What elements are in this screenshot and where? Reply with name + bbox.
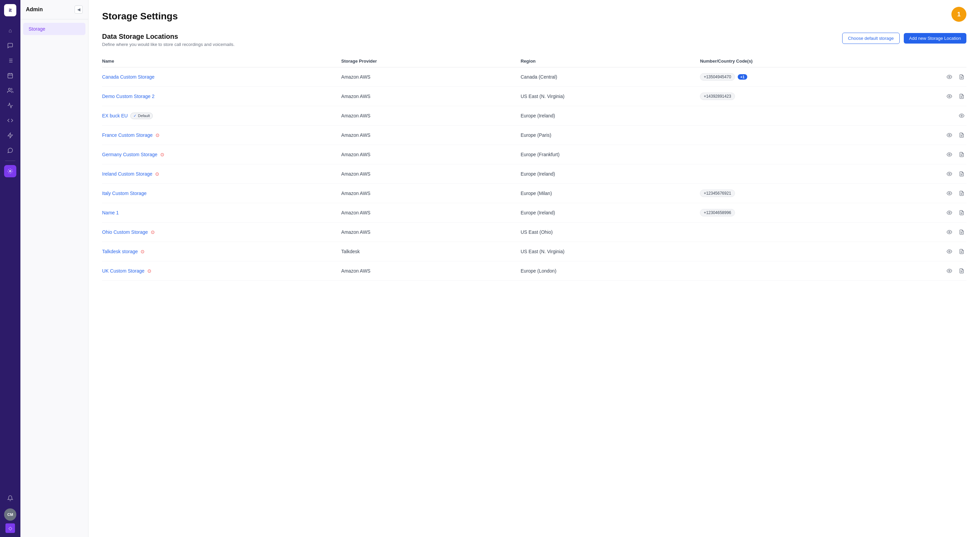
storage-table: Name Storage Provider Region Number/Coun… <box>102 55 966 281</box>
cell-name: Italy Custom Storage <box>102 191 341 196</box>
conversations-icon[interactable] <box>4 40 16 52</box>
edit-icon[interactable] <box>957 150 966 159</box>
cell-name: Ireland Custom Storage⊙ <box>102 171 341 177</box>
storage-name-link[interactable]: France Custom Storage <box>102 132 153 138</box>
cell-name: Name 1 <box>102 210 341 215</box>
table-row: Ohio Custom Storage⊙ Amazon AWS US East … <box>102 223 966 242</box>
edit-icon[interactable] <box>957 247 966 256</box>
svg-point-23 <box>949 154 950 155</box>
action-icons <box>939 92 966 101</box>
add-new-storage-button[interactable]: Add new Storage Location <box>904 33 967 43</box>
integrations-icon[interactable] <box>4 129 16 142</box>
edit-icon[interactable] <box>957 266 966 276</box>
cell-region: US East (N. Virginia) <box>520 94 700 99</box>
svg-point-12 <box>10 171 11 172</box>
svg-point-29 <box>949 193 950 194</box>
main-content: Storage Settings Data Storage Locations … <box>89 0 980 537</box>
phone-badge: +14392891423 <box>700 92 735 100</box>
storage-name-link[interactable]: Germany Custom Storage <box>102 152 158 157</box>
view-icon[interactable] <box>945 227 954 237</box>
warning-icon: ⊙ <box>155 171 159 177</box>
edit-icon[interactable] <box>957 72 966 82</box>
lists-icon[interactable] <box>4 54 16 67</box>
view-icon[interactable] <box>945 130 954 140</box>
svg-point-32 <box>949 212 950 214</box>
storage-name-link[interactable]: Talkdesk storage <box>102 249 138 254</box>
view-icon[interactable] <box>945 208 954 217</box>
cell-region: Canada (Central) <box>520 74 700 80</box>
home-icon[interactable]: ⌂ <box>4 24 16 37</box>
cell-phone: +12304658996 <box>700 209 939 217</box>
analytics-icon[interactable] <box>4 99 16 112</box>
section-subtitle: Define where you would like to store cal… <box>102 42 234 47</box>
view-icon[interactable] <box>945 188 954 198</box>
edit-icon[interactable] <box>957 169 966 178</box>
view-icon[interactable] <box>945 266 954 276</box>
edit-icon[interactable] <box>957 227 966 237</box>
svg-point-13 <box>949 76 950 78</box>
action-icons <box>939 111 966 121</box>
storage-name-link[interactable]: Italy Custom Storage <box>102 191 147 196</box>
warning-icon: ⊙ <box>140 249 145 254</box>
storage-name-link[interactable]: EX buck EU <box>102 113 127 118</box>
view-icon[interactable] <box>945 72 954 82</box>
view-icon[interactable] <box>957 111 966 121</box>
table-row: Germany Custom Storage⊙ Amazon AWS Europ… <box>102 145 966 164</box>
cell-provider: Amazon AWS <box>341 229 520 235</box>
svg-rect-6 <box>8 73 13 78</box>
cell-name: Canada Custom Storage <box>102 74 341 80</box>
table-header-row: Name Storage Provider Region Number/Coun… <box>102 55 966 67</box>
cell-region: US East (Ohio) <box>520 229 700 235</box>
choose-default-storage-button[interactable]: Choose default storage <box>842 33 899 44</box>
storage-name-link[interactable]: Ireland Custom Storage <box>102 171 153 177</box>
notification-bell-icon[interactable] <box>4 492 16 504</box>
section-title-group: Data Storage Locations Define where you … <box>102 33 234 47</box>
cell-phone: +12345676921 <box>700 190 939 197</box>
cell-provider: Amazon AWS <box>341 74 520 80</box>
sidebar-divider <box>5 161 15 161</box>
section-header: Data Storage Locations Define where you … <box>102 33 966 47</box>
view-icon[interactable] <box>945 92 954 101</box>
action-icons <box>939 247 966 256</box>
svg-point-16 <box>949 96 950 97</box>
view-icon[interactable] <box>945 169 954 178</box>
svg-point-41 <box>949 270 950 272</box>
cell-provider: Amazon AWS <box>341 113 520 118</box>
contacts-icon[interactable] <box>4 84 16 97</box>
view-icon[interactable] <box>945 150 954 159</box>
table-row: France Custom Storage⊙ Amazon AWS Europe… <box>102 126 966 145</box>
cell-name: Demo Custom Storage 2 <box>102 94 341 99</box>
chat-support-icon[interactable] <box>4 144 16 156</box>
storage-name-link[interactable]: UK Custom Storage <box>102 268 145 274</box>
header-region: Region <box>520 59 700 64</box>
page-title: Storage Settings <box>102 11 966 22</box>
storage-name-link[interactable]: Demo Custom Storage 2 <box>102 94 154 99</box>
edit-icon[interactable] <box>957 92 966 101</box>
edit-icon[interactable] <box>957 130 966 140</box>
action-icons <box>939 227 966 237</box>
nav-item-storage[interactable]: Storage <box>23 23 86 35</box>
settings-icon[interactable] <box>4 165 16 177</box>
storage-name-link[interactable]: Name 1 <box>102 210 119 215</box>
table-body: Canada Custom Storage Amazon AWS Canada … <box>102 67 966 281</box>
edit-icon[interactable] <box>957 208 966 217</box>
cell-name: EX buck EU✓ Default <box>102 113 341 119</box>
cell-provider: Amazon AWS <box>341 171 520 177</box>
storage-name-link[interactable]: Ohio Custom Storage <box>102 229 148 235</box>
table-row: Name 1 Amazon AWS Europe (Ireland) +1230… <box>102 203 966 223</box>
svg-point-26 <box>949 173 950 175</box>
header-provider: Storage Provider <box>341 59 520 64</box>
view-icon[interactable] <box>945 247 954 256</box>
collapse-button[interactable]: ◀ <box>75 5 83 14</box>
calendar-icon[interactable] <box>4 69 16 82</box>
cell-region: Europe (Ireland) <box>520 113 700 118</box>
header-name: Name <box>102 59 341 64</box>
nav-panel: Admin ◀ Storage <box>21 0 89 537</box>
user-avatar[interactable]: CM <box>4 508 16 521</box>
nav-title: Admin <box>26 6 43 13</box>
code-icon[interactable] <box>4 114 16 127</box>
action-icons <box>939 188 966 198</box>
storage-name-link[interactable]: Canada Custom Storage <box>102 74 154 80</box>
edit-icon[interactable] <box>957 188 966 198</box>
header-codes: Number/Country Code(s) <box>700 59 939 64</box>
